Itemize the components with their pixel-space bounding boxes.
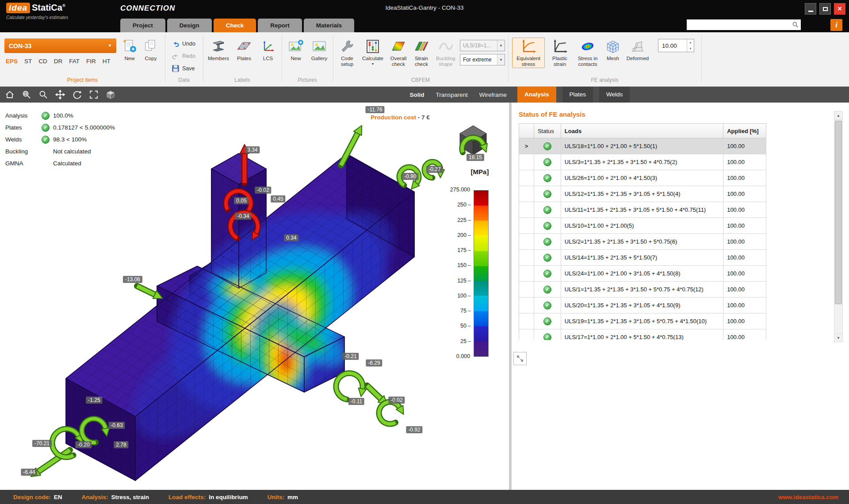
redo-button[interactable]: Redo xyxy=(172,52,195,60)
row-expander[interactable] xyxy=(519,154,534,170)
strain-check-button[interactable]: Strain check xyxy=(411,38,432,68)
stress-in-contacts-button[interactable]: Stress in contacts xyxy=(574,38,601,68)
info-button[interactable]: i xyxy=(830,19,842,31)
table-row[interactable]: ✓ULS/2=1*1.35 + 2*1.35 + 3*1.50 + 5*0.75… xyxy=(519,234,766,250)
status-ok-icon: ✓ xyxy=(543,158,551,166)
row-expander[interactable] xyxy=(519,250,534,266)
render-mode-wireframe[interactable]: Wireframe xyxy=(479,92,507,98)
close-button[interactable]: × xyxy=(834,3,845,15)
spinner-down-icon[interactable]: ▼ xyxy=(687,46,694,52)
viewport-canvas[interactable]: Analysis✓100.0%Plates✓0.178127 < 5.00000… xyxy=(0,103,509,490)
members-labels-button[interactable]: Members xyxy=(206,38,231,62)
table-row[interactable]: ✓ULS/14=1*1.35 + 2*1.35 + 5*1.50(7)100.0… xyxy=(519,250,766,266)
row-expander[interactable] xyxy=(519,329,534,340)
scroll-up-icon[interactable]: ▲ xyxy=(834,111,842,120)
maximize-button[interactable] xyxy=(819,3,831,15)
ribbon-separator xyxy=(282,35,282,82)
row-expander[interactable] xyxy=(519,170,534,186)
table-scrollbar[interactable]: ▲ ▼ xyxy=(834,111,843,342)
deformation-scale-spinner[interactable]: 10.00 ▲▼ xyxy=(658,39,694,52)
legend-tick: 250 xyxy=(436,202,467,208)
row-expander[interactable]: > xyxy=(519,138,534,154)
row-expander[interactable] xyxy=(519,282,534,298)
code-setup-button[interactable]: Code setup xyxy=(336,38,358,68)
overall-check-button[interactable]: Overall check xyxy=(387,38,409,68)
expand-view-button[interactable] xyxy=(513,352,527,365)
tab-check[interactable]: Check xyxy=(214,19,256,32)
website-link[interactable]: www.ideastatica.com xyxy=(778,494,838,500)
row-applied-cell: 100.00 xyxy=(723,202,766,218)
table-row[interactable]: >✓ULS/18=1*1.00 + 2*1.00 + 5*1.50(1)100.… xyxy=(519,138,766,154)
zoom-window-button[interactable] xyxy=(20,88,33,101)
table-row[interactable]: ✓ULS/11=1*1.35 + 2*1.35 + 3*1.05 + 5*1.5… xyxy=(519,202,766,218)
extreme-filter-dropdown[interactable]: For extreme ▼ xyxy=(460,54,505,65)
row-expander[interactable] xyxy=(519,234,534,250)
rotate-view-button[interactable] xyxy=(71,88,83,101)
tab-materials[interactable]: Materials xyxy=(304,19,355,32)
row-loads-cell: ULS/24=1*1.00 + 2*1.00 + 3*1.05 + 4*1.50… xyxy=(561,266,723,282)
load-combination-dropdown[interactable]: ULS/18=1... ▼ xyxy=(460,40,505,51)
home-view-button[interactable] xyxy=(4,88,16,101)
project-item-cd[interactable]: CD xyxy=(38,58,47,65)
zoom-button[interactable] xyxy=(37,88,50,101)
project-item-dr[interactable]: DR xyxy=(54,58,63,65)
members-label: Members xyxy=(208,56,229,61)
calculate-button[interactable]: Calculate ▼ xyxy=(360,38,386,66)
scrollbar-thumb[interactable] xyxy=(835,121,842,304)
tab-design[interactable]: Design xyxy=(167,19,212,32)
search-icon xyxy=(792,21,799,28)
plastic-strain-button[interactable]: Plastic strain xyxy=(547,38,572,68)
row-expander[interactable] xyxy=(519,186,534,202)
check-name: Plates xyxy=(5,124,42,131)
display-mode-button[interactable] xyxy=(104,88,117,101)
table-row[interactable]: ✓ULS/24=1*1.00 + 2*1.00 + 3*1.05 + 4*1.5… xyxy=(519,266,766,282)
project-item-eps[interactable]: EPS xyxy=(6,58,18,65)
copy-project-item-button[interactable]: Copy xyxy=(141,38,161,62)
mesh-button[interactable]: Mesh xyxy=(603,38,623,62)
table-row[interactable]: ✓ULS/12=1*1.35 + 2*1.35 + 3*1.05 + 5*1.5… xyxy=(519,186,766,202)
plates-labels-button[interactable]: Plates xyxy=(233,38,256,62)
project-item-ht[interactable]: HT xyxy=(103,58,111,65)
scroll-down-icon[interactable]: ▼ xyxy=(834,333,842,342)
new-picture-button[interactable]: New xyxy=(286,38,306,62)
table-row[interactable]: ✓ULS/10=1*1.00 + 2*1.00(5)100.00 xyxy=(519,218,766,234)
table-row[interactable]: ✓ULS/3=1*1.35 + 2*1.35 + 3*1.50 + 4*0.75… xyxy=(519,154,766,170)
row-expander[interactable] xyxy=(519,313,534,329)
tab-project[interactable]: Project xyxy=(120,19,165,32)
search-box[interactable] xyxy=(687,19,801,30)
deformed-button[interactable]: Deformed xyxy=(624,38,651,62)
zoom-fit-button[interactable] xyxy=(88,88,100,101)
spinner-up-icon[interactable]: ▲ xyxy=(687,39,694,46)
table-row[interactable]: ✓ULS/20=1*1.35 + 2*1.35 + 3*1.05 + 4*1.5… xyxy=(519,298,766,313)
new-project-item-button[interactable]: New xyxy=(119,38,140,62)
save-button[interactable]: Save xyxy=(172,65,195,73)
gallery-button[interactable]: Gallery xyxy=(308,38,331,62)
buckling-shape-icon xyxy=(438,38,454,54)
tab-report[interactable]: Report xyxy=(258,19,302,32)
pan-button[interactable] xyxy=(54,88,66,101)
row-expander[interactable] xyxy=(519,218,534,234)
project-item-fat[interactable]: FAT xyxy=(69,58,80,65)
table-row[interactable]: ✓ULS/19=1*1.35 + 2*1.35 + 3*1.05 + 5*0.7… xyxy=(519,313,766,329)
table-row[interactable]: ✓ULS/1=1*1.35 + 2*1.35 + 3*1.50 + 5*0.75… xyxy=(519,282,766,298)
table-row[interactable]: ✓ULS/26=1*1.00 + 2*1.00 + 4*1.50(3)100.0… xyxy=(519,170,766,186)
undo-button[interactable]: Undo xyxy=(172,40,195,48)
check-value: Not calculated xyxy=(53,148,91,155)
project-selector-dropdown[interactable]: CON-33 ▼ xyxy=(4,38,116,53)
buckling-shape-button[interactable]: Buckling shape xyxy=(433,38,458,68)
project-item-fir[interactable]: FIR xyxy=(86,58,96,65)
table-row[interactable]: ✓ULS/17=1*1.00 + 2*1.00 + 5*1.50 + 4*0.7… xyxy=(519,329,766,340)
render-mode-solid[interactable]: Solid xyxy=(409,92,424,98)
row-expander[interactable] xyxy=(519,266,534,282)
panel-tab-plates[interactable]: Plates xyxy=(562,87,593,103)
lcs-labels-button[interactable]: LCS xyxy=(257,38,279,62)
row-expander[interactable] xyxy=(519,202,534,218)
minimize-button[interactable] xyxy=(805,3,816,15)
panel-tab-welds[interactable]: Welds xyxy=(599,87,630,103)
panel-tab-analysis[interactable]: Analysis xyxy=(517,87,556,103)
search-input[interactable] xyxy=(689,20,792,29)
project-item-st[interactable]: ST xyxy=(24,58,32,65)
row-expander[interactable] xyxy=(519,298,534,313)
equivalent-stress-button[interactable]: Equivalent stress xyxy=(512,38,545,68)
render-mode-transparent[interactable]: Transparent xyxy=(436,92,467,98)
